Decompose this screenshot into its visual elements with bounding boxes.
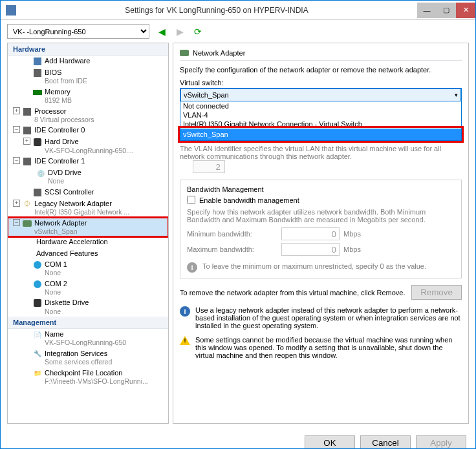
min-bandwidth-input — [281, 227, 340, 240]
com2-item[interactable]: COM 2None — [8, 278, 168, 298]
adv-features-item[interactable]: Advanced Features — [8, 248, 168, 259]
dvd-drive-item[interactable]: 💿DVD DriveNone — [8, 167, 168, 187]
vswitch-option[interactable]: Intel(R) I350 Gigabit Network Connection… — [180, 120, 461, 129]
close-button[interactable]: ✕ — [456, 3, 475, 18]
hard-drive-item[interactable]: +Hard DriveVK-SFO-LongRunning-650.... — [8, 136, 168, 156]
bandwidth-desc: Specify how this network adapter utilize… — [187, 208, 455, 224]
ide1-item[interactable]: −IDE Controller 1 — [8, 156, 168, 167]
bandwidth-checkbox[interactable] — [187, 196, 195, 204]
expand-icon[interactable]: + — [13, 107, 20, 114]
titlebar: Settings for VK LongRunning-650 on HYPER… — [1, 1, 475, 20]
bios-item[interactable]: BIOSBoot from IDE — [8, 67, 168, 87]
main-panel: Network Adapter Specify the configuratio… — [173, 43, 469, 424]
svg-rect-0 — [6, 5, 16, 16]
window-title: Settings for VK LongRunning-650 on HYPER… — [16, 6, 417, 15]
nav-forward-icon: ▶ — [174, 26, 186, 37]
app-icon — [6, 5, 16, 16]
name-item[interactable]: 📄NameVK-SFO-LongRunning-650 — [8, 329, 168, 348]
bandwidth-group: Bandwidth Management Enable bandwidth ma… — [180, 180, 462, 278]
legacy-info: Use a legacy network adapter instead of … — [195, 306, 462, 329]
ide0-item[interactable]: −IDE Controller 0 — [8, 125, 168, 136]
diskette-item[interactable]: Diskette DriveNone — [8, 297, 168, 317]
max-bandwidth-input — [281, 243, 340, 256]
info-icon: i — [187, 262, 197, 273]
chevron-down-icon: ▾ — [455, 92, 458, 98]
collapse-icon[interactable]: − — [13, 157, 20, 164]
info-icon: i — [180, 306, 190, 317]
network-adapter-item[interactable]: −Network AdaptervSwitch_Span — [8, 218, 168, 237]
remove-button: Remove — [411, 285, 462, 300]
vswitch-option[interactable]: VLAN-4 — [180, 110, 461, 120]
legacy-nic-item[interactable]: +⏀Legacy Network AdapterIntel(R) I350 Gi… — [8, 198, 168, 218]
panel-desc: Specify the configuration of the network… — [180, 66, 462, 74]
integration-services-item[interactable]: 🔧Integration ServicesSome services offer… — [8, 348, 168, 368]
hardware-tree: Hardware Add Hardware BIOSBoot from IDE … — [7, 43, 169, 424]
management-section: Management — [8, 317, 168, 329]
nic-icon — [180, 48, 189, 57]
warning-icon: ! — [180, 336, 190, 345]
running-warning: Some settings cannot be modified because… — [195, 336, 462, 359]
expand-icon[interactable]: + — [13, 200, 20, 207]
toolbar: VK- -LongRunning-650 ◀ ▶ ⟳ — [1, 20, 475, 43]
com1-item[interactable]: COM 1None — [8, 259, 168, 278]
processor-item[interactable]: +Processor8 Virtual processors — [8, 106, 168, 125]
collapse-icon[interactable]: − — [13, 126, 20, 133]
remove-desc: To remove the network adapter from this … — [180, 289, 405, 297]
vlan-desc: The VLAN identifier specifies the virtua… — [180, 145, 462, 160]
add-hardware-item[interactable]: Add Hardware — [8, 56, 168, 67]
hardware-section: Hardware — [8, 43, 168, 56]
apply-button: Apply — [416, 435, 466, 449]
maximize-button[interactable]: ▢ — [437, 3, 456, 18]
nav-back-icon[interactable]: ◀ — [156, 26, 168, 37]
checkpoint-item[interactable]: 📁Checkpoint File LocationF:\Vineeth-VMs\… — [8, 368, 168, 387]
scsi-item[interactable]: SCSI Controller — [8, 187, 168, 198]
ok-button[interactable]: OK — [305, 435, 355, 449]
hw-accel-item[interactable]: Hardware Acceleration — [8, 236, 168, 247]
memory-item[interactable]: Memory8192 MB — [8, 87, 168, 106]
refresh-icon[interactable]: ⟳ — [192, 26, 204, 37]
vm-selector[interactable]: VK- -LongRunning-650 — [7, 24, 149, 39]
expand-icon[interactable]: + — [23, 138, 30, 145]
bandwidth-title: Bandwidth Management — [187, 185, 455, 193]
vswitch-option-selected[interactable]: vSwitch_Span — [180, 129, 461, 140]
virtual-switch-dropdown[interactable]: vSwitch_Span▾ Not connected VLAN-4 Intel… — [180, 88, 462, 141]
panel-title: Network Adapter — [193, 49, 245, 57]
cancel-button[interactable]: Cancel — [360, 435, 411, 449]
vswitch-option[interactable]: Not connected — [180, 101, 461, 110]
virtual-switch-label: Virtual switch: — [180, 79, 462, 87]
collapse-icon[interactable]: − — [13, 219, 20, 226]
vlan-id-input — [193, 160, 225, 173]
dialog-footer: OK Cancel Apply — [1, 430, 475, 449]
minimize-button[interactable]: — — [417, 3, 437, 18]
